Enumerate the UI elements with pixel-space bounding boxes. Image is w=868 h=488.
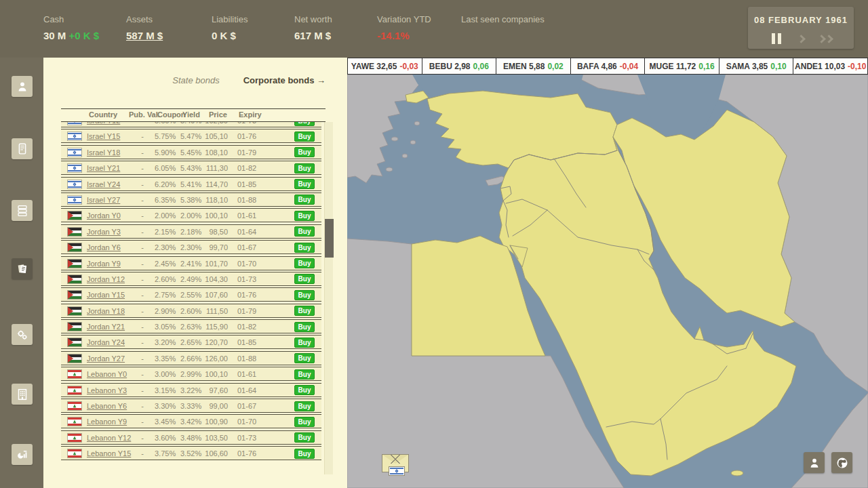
fast-forward-button[interactable] [817,32,833,45]
israel-flag-icon [68,122,81,125]
bond-pub-val: - [134,275,151,283]
play-button[interactable] [793,32,809,45]
buy-button[interactable]: Buy [294,432,315,443]
bond-coupon: 3.15% [155,386,179,394]
sidebar-item-gears-icon[interactable] [12,324,33,345]
buy-button[interactable]: Buy [294,147,315,157]
sidebar-item-papers-icon[interactable] [12,258,33,279]
sidebar-item-building-icon[interactable] [12,384,33,405]
table-rule-top [61,108,326,109]
buy-button[interactable]: Buy [294,401,315,411]
buy-button[interactable]: Buy [294,290,315,300]
ticker-bebu[interactable]: BEBU 2,98 0,06 [422,58,497,74]
ticker-sama[interactable]: SAMA 3,85 0,10 [719,58,794,74]
map-island-socotra[interactable] [731,470,743,476]
list-icon [15,203,30,218]
tab-corporate-bonds[interactable]: Corporate bonds → [243,75,326,85]
bond-coupon: 2.30% [155,243,179,251]
sidebar-item-tablet-icon[interactable] [12,138,33,159]
buy-button[interactable]: Buy [294,306,315,316]
bond-price: 103,50 [203,434,228,442]
buy-button[interactable]: Buy [294,179,315,189]
buy-button[interactable]: Buy [294,131,315,142]
bond-name-link[interactable]: Jordan Y24 [87,338,125,346]
bond-yield: 3.42% [180,418,205,426]
bond-name-link[interactable]: Israel Y24 [87,180,120,188]
buy-button[interactable]: Buy [294,417,315,427]
buy-button[interactable]: Buy [294,353,315,363]
person-map-button[interactable] [804,452,825,473]
buy-button[interactable]: Buy [294,226,315,237]
col-yield: Yield [182,110,200,119]
buy-button[interactable]: Buy [294,211,315,221]
bond-name-link[interactable]: Israel Y15 [87,132,120,140]
ticker-ande1[interactable]: ANDE1 10,03 -0,10 [793,58,868,74]
bond-name-link[interactable]: Lebanon Y15 [87,449,131,458]
date-widget: 08 FEBRUARY 1961 [748,7,854,49]
bond-name-link[interactable]: Lebanon Y9 [87,418,127,426]
bond-name-link[interactable]: Israel Y18 [87,148,120,157]
bond-name-link[interactable]: Jordan Y9 [87,260,121,268]
lebanon-flag-icon [68,402,81,410]
jordan-flag-icon [68,243,81,251]
bond-name-link[interactable]: Jordan Y0 [87,211,121,220]
bond-price: 100,10 [203,370,228,378]
bond-name-link[interactable]: Israel Y12 [87,122,120,125]
bond-name-link[interactable]: Jordan Y3 [87,228,121,236]
ticker-emen[interactable]: EMEN 5,88 0,02 [496,58,571,74]
buy-button[interactable]: Buy [294,385,315,395]
bond-name-link[interactable]: Israel Y27 [87,196,120,204]
bond-row-israel-y12: Israel Y12 - 5.60% 5.49% 102,30 01-73 Bu… [61,122,321,127]
bond-expiry: 01-76 [237,132,262,140]
sidebar-item-person-icon[interactable] [12,76,33,97]
pause-button[interactable] [768,32,785,45]
buy-button[interactable]: Buy [294,274,315,284]
ticker-yawe[interactable]: YAWE 32,65 -0,03 [347,58,422,74]
world-map[interactable] [347,75,868,488]
buy-button[interactable]: Buy [294,258,315,268]
bond-expiry: 01-79 [237,148,262,157]
scrollbar-thumb[interactable] [325,219,334,258]
bond-name-link[interactable]: Lebanon Y3 [87,386,127,394]
sidebar-item-stats-icon[interactable] [12,444,33,465]
bond-price: 97,60 [203,386,228,394]
bond-name-link[interactable]: Lebanon Y12 [87,434,131,442]
bond-name-link[interactable]: Israel Y21 [87,164,120,172]
bond-name-link[interactable]: Jordan Y18 [87,307,125,315]
pause-icon [772,33,781,44]
bond-name-link[interactable]: Jordan Y27 [87,354,125,363]
globe-map-button[interactable] [831,452,852,473]
bond-name-link[interactable]: Lebanon Y6 [87,402,127,410]
col-country: Country [89,110,117,119]
bond-row-jordan-y0: Jordan Y0 - 2.00% 2.00% 100,10 01-61 Buy [61,208,321,222]
buy-button[interactable]: Buy [294,338,315,348]
bond-yield: 2.99% [180,370,205,378]
bond-yield: 3.48% [180,434,205,442]
bond-name-link[interactable]: Jordan Y12 [87,275,125,283]
buy-button[interactable]: Buy [294,322,315,332]
mail-notification[interactable] [382,454,416,479]
bond-expiry: 01-73 [237,122,262,125]
buy-button[interactable]: Buy [294,449,315,459]
buy-button[interactable]: Buy [294,163,315,174]
bond-name-link[interactable]: Jordan Y15 [87,291,125,299]
buy-button[interactable]: Buy [294,243,315,253]
bond-pub-val: - [134,307,151,315]
bond-name-link[interactable]: Jordan Y21 [87,323,125,331]
bond-pub-val: - [134,180,151,188]
bond-name-link[interactable]: Jordan Y6 [87,243,121,251]
bonds-panel: State bonds Corporate bonds → Country Pu… [43,58,347,488]
buy-button[interactable]: Buy [294,369,315,380]
ticker-bafa[interactable]: BAFA 4,86 -0,04 [571,58,646,74]
sidebar-item-list-icon[interactable] [12,200,33,221]
buy-button[interactable]: Buy [294,122,315,126]
tab-state-bonds[interactable]: State bonds [159,75,233,85]
bond-coupon: 5.75% [155,132,179,140]
table-scrollbar[interactable] [324,122,333,474]
map-island [410,140,416,144]
bond-name-link[interactable]: Lebanon Y0 [87,370,127,378]
buy-button[interactable]: Buy [294,195,315,205]
bond-coupon: 2.00% [155,211,179,220]
ticker-muge[interactable]: MUGE 11,72 0,16 [645,58,719,74]
bond-expiry: 01-73 [237,275,262,283]
